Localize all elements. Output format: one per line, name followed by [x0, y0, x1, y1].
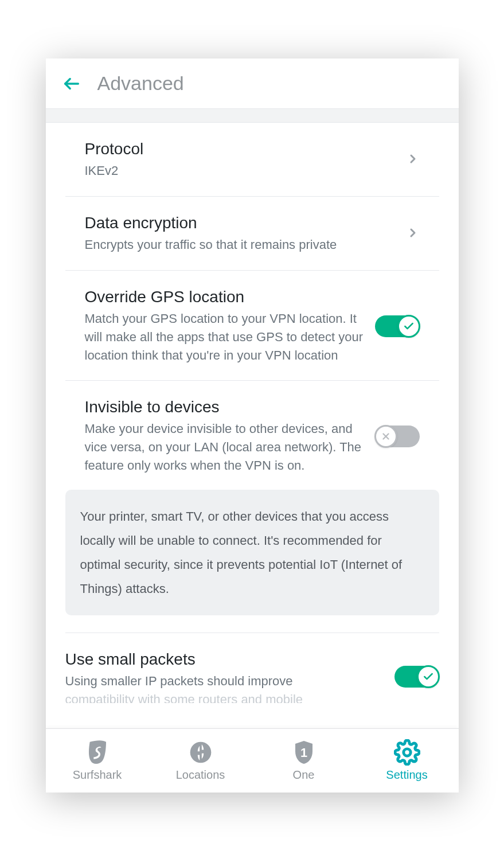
nav-one-label: One [293, 768, 315, 782]
check-icon [403, 321, 415, 332]
page-title: Advanced [97, 72, 184, 95]
row-protocol-title: Protocol [85, 140, 394, 158]
row-smallpackets-title: Use small packets [65, 650, 383, 669]
invisible-info-card: Your printer, smart TV, or other devices… [65, 490, 439, 615]
row-invisible-desc: Make your device invisible to other devi… [85, 420, 364, 475]
back-button[interactable] [62, 74, 81, 93]
x-icon [381, 431, 391, 442]
row-smallpackets-desc: Using smaller IP packets should improve [65, 672, 383, 690]
settings-list: Protocol IKEv2 Data encryption Encrypts … [46, 123, 459, 728]
toggle-gps[interactable] [375, 315, 420, 337]
nav-surfshark-label: Surfshark [73, 768, 122, 782]
toggle-smallpackets[interactable] [394, 666, 439, 688]
gear-icon [394, 740, 420, 765]
row-gps-title: Override GPS location [85, 288, 364, 306]
check-icon [423, 671, 434, 682]
row-smallpackets-desc-cut: compatibility with some routers and mobi… [65, 690, 383, 703]
nav-settings[interactable]: Settings [355, 729, 459, 793]
nav-locations-label: Locations [176, 768, 225, 782]
row-encryption-title: Data encryption [85, 214, 394, 232]
shield-one-icon: 1 [292, 740, 315, 765]
row-gps: Override GPS location Match your GPS loc… [65, 271, 439, 381]
row-protocol-value: IKEv2 [85, 162, 394, 180]
row-invisible-title: Invisible to devices [85, 398, 364, 416]
globe-icon [188, 740, 213, 765]
chevron-right-icon [406, 226, 420, 242]
section-divider [46, 109, 459, 123]
header-bar: Advanced [46, 58, 459, 109]
svg-text:1: 1 [300, 745, 307, 760]
row-encryption-desc: Encrypts your traffic so that it remains… [85, 236, 394, 254]
nav-surfshark[interactable]: Surfshark [46, 729, 149, 793]
toggle-invisible[interactable] [375, 426, 420, 447]
nav-settings-label: Settings [386, 768, 427, 782]
svg-point-4 [403, 749, 410, 756]
row-invisible: Invisible to devices Make your device in… [65, 381, 439, 475]
app-screen: Advanced Protocol IKEv2 Data encryption … [46, 58, 459, 793]
arrow-left-icon [62, 74, 81, 93]
nav-locations[interactable]: Locations [149, 729, 252, 793]
bottom-nav: Surfshark Locations 1 One Settings [46, 728, 459, 793]
row-protocol[interactable]: Protocol IKEv2 [65, 123, 439, 197]
row-encryption[interactable]: Data encryption Encrypts your traffic so… [65, 197, 439, 271]
chevron-right-icon [406, 152, 420, 168]
row-gps-desc: Match your GPS location to your VPN loca… [85, 310, 364, 365]
nav-one[interactable]: 1 One [252, 729, 355, 793]
row-smallpackets: Use small packets Using smaller IP packe… [65, 633, 439, 703]
surfshark-logo-icon [86, 740, 109, 765]
